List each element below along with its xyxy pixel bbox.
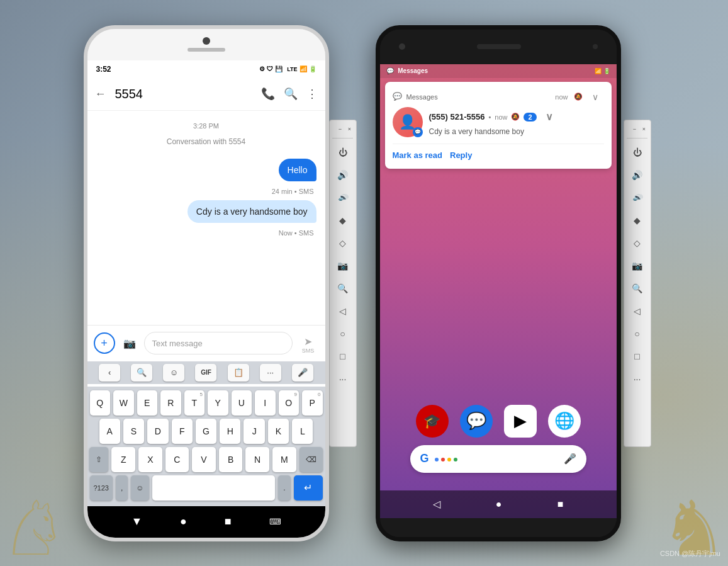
key-k[interactable]: K bbox=[268, 419, 289, 444]
key-backspace[interactable]: ⌫ bbox=[300, 447, 323, 472]
key-s[interactable]: S bbox=[123, 419, 144, 444]
mark-as-read-button[interactable]: Mark as read bbox=[393, 148, 443, 162]
key-d[interactable]: D bbox=[147, 419, 168, 444]
dock-university[interactable]: 🎓 bbox=[416, 405, 449, 438]
kb-more-btn[interactable]: ··· bbox=[260, 364, 281, 382]
key-period[interactable]: . bbox=[278, 475, 290, 501]
key-y[interactable]: Y bbox=[208, 390, 228, 416]
key-f[interactable]: F bbox=[172, 419, 193, 444]
minimize-btn-left[interactable]: − bbox=[337, 126, 344, 132]
kb-search-btn[interactable]: 🔍 bbox=[131, 364, 152, 382]
emu-r-camera-btn[interactable]: 📷 bbox=[627, 256, 647, 276]
key-e[interactable]: E bbox=[137, 390, 158, 416]
key-b[interactable]: B bbox=[219, 447, 243, 472]
key-enter[interactable]: ↵ bbox=[294, 475, 323, 501]
key-v[interactable]: V bbox=[192, 447, 216, 472]
key-u[interactable]: U bbox=[232, 390, 252, 416]
emu-vol-up-btn[interactable]: 🔊 bbox=[333, 165, 353, 185]
mic-icon[interactable]: 🎤 bbox=[564, 453, 576, 465]
key-m[interactable]: M bbox=[272, 447, 296, 472]
emu-r-recents-btn[interactable]: □ bbox=[627, 346, 647, 366]
key-comma[interactable]: , bbox=[116, 475, 128, 501]
key-t[interactable]: T5 bbox=[184, 390, 205, 416]
kb-mic-btn[interactable]: 🎤 bbox=[292, 364, 313, 382]
notif-expand-inline[interactable]: ∨ bbox=[540, 108, 558, 126]
emu-tag-btn[interactable]: ◆ bbox=[333, 210, 353, 230]
kb-gif-btn[interactable]: GIF bbox=[195, 364, 216, 382]
emu-r-vol-down-btn[interactable]: 🔊 bbox=[627, 190, 647, 204]
emu-untag-btn[interactable]: ◇ bbox=[333, 233, 353, 253]
emu-r-zoom-btn[interactable]: 🔍 bbox=[627, 278, 647, 298]
keyboard: Q W E R T5 Y U I O9 P0 A S D F G bbox=[87, 387, 325, 506]
emu-recents-btn[interactable]: □ bbox=[333, 346, 353, 366]
key-o[interactable]: O9 bbox=[279, 390, 300, 416]
notif-time: now bbox=[555, 93, 568, 101]
emu-r-back-btn[interactable]: ◁ bbox=[627, 301, 647, 321]
notif-header: 💬 Messages now 🔕 ∨ bbox=[393, 88, 604, 106]
key-j[interactable]: J bbox=[244, 419, 264, 444]
more-button[interactable]: ⋮ bbox=[306, 87, 318, 101]
key-i[interactable]: I bbox=[255, 390, 276, 416]
key-p[interactable]: P0 bbox=[302, 390, 323, 416]
kb-clipboard-btn[interactable]: 📋 bbox=[228, 364, 249, 382]
emu-r-power-btn[interactable]: ⏻ bbox=[627, 142, 647, 162]
close-btn-right[interactable]: × bbox=[641, 126, 647, 132]
emu-r-untag-btn[interactable]: ◇ bbox=[627, 233, 647, 253]
notification-card: 💬 Messages now 🔕 ∨ 👤 💬 (555) 521-5556 • bbox=[385, 82, 612, 169]
key-c[interactable]: C bbox=[165, 447, 189, 472]
nexus-nav-recents[interactable]: ■ bbox=[557, 499, 564, 510]
emu-back-btn[interactable]: ◁ bbox=[333, 301, 353, 321]
pixel-nav-bar: ▼ ● ■ ⌨ bbox=[87, 506, 325, 538]
key-emoji-bottom[interactable]: ☺ bbox=[131, 475, 148, 501]
nexus-nav-home[interactable]: ● bbox=[496, 499, 502, 510]
key-r[interactable]: R bbox=[160, 390, 181, 416]
reply-button[interactable]: Reply bbox=[450, 148, 472, 162]
nexus-search-bar[interactable]: G 🎤 bbox=[410, 445, 586, 473]
nav-back[interactable]: ▼ bbox=[131, 515, 142, 528]
add-attachment-button[interactable]: + bbox=[94, 332, 115, 354]
emu-camera-btn[interactable]: 📷 bbox=[333, 256, 353, 276]
nav-keyboard[interactable]: ⌨ bbox=[269, 517, 281, 526]
search-dots bbox=[434, 453, 559, 465]
nexus-nav-back[interactable]: ◁ bbox=[433, 498, 440, 510]
key-a[interactable]: A bbox=[99, 419, 120, 444]
emu-zoom-btn[interactable]: 🔍 bbox=[333, 278, 353, 298]
kb-back-btn[interactable]: ‹ bbox=[99, 364, 120, 382]
dock-messages[interactable]: 💬 bbox=[460, 405, 493, 438]
notif-expand-btn[interactable]: ∨ bbox=[586, 88, 604, 106]
emu-r-home-btn[interactable]: ○ bbox=[627, 324, 647, 344]
nav-home[interactable]: ● bbox=[180, 515, 187, 528]
emu-r-more-btn[interactable]: ··· bbox=[627, 369, 647, 389]
key-shift[interactable]: ⇧ bbox=[89, 447, 108, 472]
key-x[interactable]: X bbox=[138, 447, 162, 472]
notif-app-name: Messages bbox=[406, 93, 552, 101]
key-n[interactable]: N bbox=[245, 447, 269, 472]
key-l[interactable]: L bbox=[292, 419, 313, 444]
key-w[interactable]: W bbox=[113, 390, 134, 416]
nav-recents[interactable]: ■ bbox=[225, 515, 232, 528]
key-h[interactable]: H bbox=[220, 419, 240, 444]
kb-emoji-btn[interactable]: ☺ bbox=[163, 364, 184, 382]
key-space[interactable] bbox=[152, 475, 276, 501]
emu-r-vol-up-btn[interactable]: 🔊 bbox=[627, 165, 647, 185]
emu-home-btn[interactable]: ○ bbox=[333, 324, 353, 344]
emu-more-btn[interactable]: ··· bbox=[333, 369, 353, 389]
dock-playstore[interactable]: ▶ bbox=[504, 405, 537, 438]
key-z[interactable]: Z bbox=[111, 447, 135, 472]
key-123[interactable]: ?123 bbox=[90, 475, 113, 501]
back-button[interactable]: ← bbox=[95, 88, 106, 101]
text-message-input[interactable]: Text message bbox=[144, 332, 293, 354]
send-button[interactable]: ➤ SMS bbox=[298, 332, 319, 354]
emu-power-btn[interactable]: ⏻ bbox=[333, 142, 353, 162]
dock-chrome[interactable]: 🌐 bbox=[548, 405, 581, 438]
call-button[interactable]: 📞 bbox=[261, 87, 275, 101]
key-q[interactable]: Q bbox=[90, 390, 111, 416]
key-g[interactable]: G bbox=[196, 419, 216, 444]
sdcard-status-icon: 💾 bbox=[275, 65, 283, 72]
emu-r-tag-btn[interactable]: ◆ bbox=[627, 210, 647, 230]
search-button[interactable]: 🔍 bbox=[284, 87, 298, 101]
camera-button[interactable]: 📷 bbox=[120, 334, 139, 353]
emu-vol-down-btn[interactable]: 🔊 bbox=[333, 190, 353, 204]
minimize-btn-right[interactable]: − bbox=[632, 126, 638, 132]
close-btn-left[interactable]: × bbox=[347, 126, 353, 132]
